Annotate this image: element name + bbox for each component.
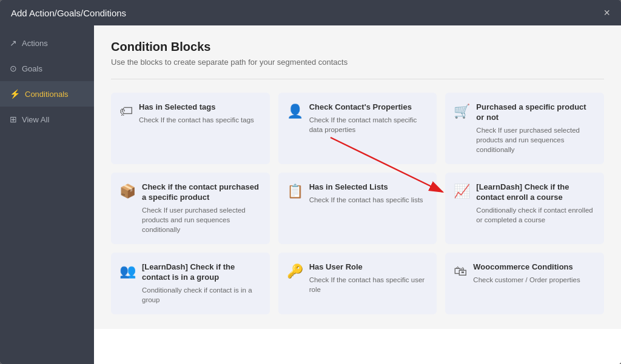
check-contacts-properties-content: Check Contact's PropertiesCheck If the c… [309,102,429,134]
has-user-role-desc: Check If the contact has specific user r… [309,275,429,294]
card-check-contacts-properties[interactable]: 👤Check Contact's PropertiesCheck If the … [278,93,437,164]
sidebar-label-actions: Actions [22,39,48,48]
has-selected-tags-desc: Check If the contact has specific tags [139,115,261,125]
sidebar-item-view-all[interactable]: ⊞View All [0,107,94,132]
learndash-enroll-course-content: [LearnDash] Check if the contact enroll … [476,182,596,225]
has-user-role-icon: 🔑 [287,263,303,279]
main-content: Condition Blocks Use the blocks to creat… [94,25,621,329]
sidebar-label-goals: Goals [22,64,42,73]
card-has-selected-tags[interactable]: 🏷Has in Selected tagsCheck If the contac… [111,93,270,164]
sidebar-item-conditionals[interactable]: ⚡Conditionals [0,81,94,107]
has-user-role-title: Has User Role [309,262,429,273]
page-title: Condition Blocks [111,40,604,54]
woocommerce-conditions-content: Woocommerce ConditionsCheck customer / O… [473,262,596,285]
card-learndash-group[interactable]: 👥[LearnDash] Check if the contact is in … [111,253,270,314]
modal: Add Action/Goals/Conditions × ↗Actions⊙G… [0,0,621,364]
has-selected-lists-desc: Check If the contact has specific lists [309,195,429,205]
woocommerce-conditions-desc: Check customer / Order properties [473,275,596,285]
check-purchased-product-desc: Check If user purchased selected product… [142,205,261,234]
has-selected-tags-title: Has in Selected tags [139,102,261,113]
check-contacts-properties-title: Check Contact's Properties [309,102,429,113]
card-has-selected-lists[interactable]: 📋Has in Selected ListsCheck If the conta… [278,173,437,244]
woocommerce-conditions-icon: 🛍 [454,263,467,279]
modal-body: ↗Actions⊙Goals⚡Conditionals⊞View All Con… [0,25,621,364]
modal-header: Add Action/Goals/Conditions × [0,0,621,25]
card-has-user-role[interactable]: 🔑Has User RoleCheck If the contact has s… [278,253,437,314]
learndash-group-desc: Conditionally check if contact is in a g… [142,285,261,305]
card-woocommerce-conditions[interactable]: 🛍Woocommerce ConditionsCheck customer / … [445,253,604,314]
divider [111,79,604,79]
purchased-specific-product-content: Purchased a specific product or notCheck… [476,102,596,154]
learndash-enroll-course-icon: 📈 [454,184,470,199]
close-button[interactable]: × [603,7,610,18]
check-contacts-properties-icon: 👤 [287,104,303,119]
modal-title: Add Action/Goals/Conditions [11,8,126,18]
check-purchased-product-content: Check if the contact purchased a specifi… [142,182,261,234]
has-user-role-content: Has User RoleCheck If the contact has sp… [309,262,429,294]
has-selected-lists-title: Has in Selected Lists [309,182,429,193]
view-all-icon: ⊞ [10,114,17,124]
has-selected-lists-content: Has in Selected ListsCheck If the contac… [309,182,429,205]
sidebar-label-view-all: View All [22,115,49,124]
cards-grid: 🏷Has in Selected tagsCheck If the contac… [111,93,604,314]
actions-icon: ↗ [10,38,17,48]
sidebar-label-conditionals: Conditionals [25,90,69,99]
learndash-group-title: [LearnDash] Check if the contact is in a… [142,262,261,283]
sidebar-item-actions[interactable]: ↗Actions [0,30,94,56]
purchased-specific-product-title: Purchased a specific product or not [476,102,596,123]
learndash-enroll-course-desc: Conditionally check if contact enrolled … [476,205,596,225]
purchased-specific-product-desc: Check If user purchased selected product… [476,125,596,154]
goals-icon: ⊙ [10,64,17,73]
has-selected-tags-icon: 🏷 [119,104,133,119]
learndash-enroll-course-title: [LearnDash] Check if the contact enroll … [476,182,596,203]
purchased-specific-product-icon: 🛒 [454,104,470,119]
conditionals-icon: ⚡ [10,89,20,99]
card-purchased-specific-product[interactable]: 🛒Purchased a specific product or notChec… [445,93,604,164]
sidebar: ↗Actions⊙Goals⚡Conditionals⊞View All [0,25,94,364]
sidebar-item-goals[interactable]: ⊙Goals [0,56,94,81]
has-selected-lists-icon: 📋 [287,184,303,199]
woocommerce-conditions-title: Woocommerce Conditions [473,262,596,273]
has-selected-tags-content: Has in Selected tagsCheck If the contact… [139,102,261,125]
card-learndash-enroll-course[interactable]: 📈[LearnDash] Check if the contact enroll… [445,173,604,244]
page-subtitle: Use the blocks to create separate path f… [111,58,604,67]
check-purchased-product-icon: 📦 [119,184,136,199]
learndash-group-content: [LearnDash] Check if the contact is in a… [142,262,261,305]
learndash-group-icon: 👥 [119,263,136,279]
check-contacts-properties-desc: Check If the contact match specific data… [309,115,429,134]
main-wrapper: Condition Blocks Use the blocks to creat… [94,25,621,364]
card-check-purchased-product[interactable]: 📦Check if the contact purchased a specif… [111,173,270,244]
check-purchased-product-title: Check if the contact purchased a specifi… [142,182,261,203]
